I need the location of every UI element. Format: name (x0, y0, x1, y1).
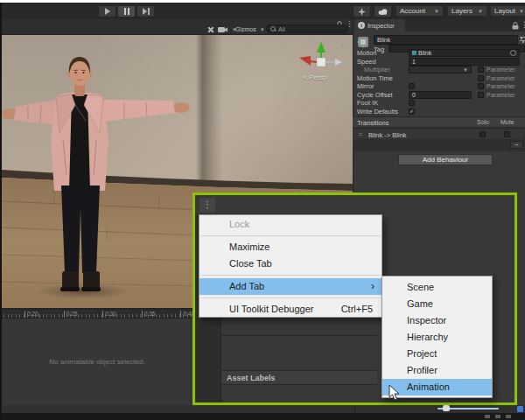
annotation-highlight-box: ⋮ Asset Labels Lock Maximize Close Tab A… (192, 192, 517, 405)
add-behaviour-button[interactable]: Add Behaviour (398, 154, 493, 165)
state-name-field[interactable]: Blink (374, 35, 518, 45)
ruler-major-tick (24, 311, 25, 318)
transitions-header: Transitions Solo Mute (353, 116, 525, 128)
panel-kebab-menu-button[interactable]: ⋮ (200, 198, 215, 213)
status-icon[interactable] (495, 415, 500, 418)
account-dropdown[interactable]: Account ▼ (396, 5, 444, 17)
submenu-item-game[interactable]: Game (382, 296, 492, 312)
state-name-value: Blink (377, 37, 390, 43)
ruler-major-tick (180, 311, 181, 318)
row-label: Motion (357, 49, 377, 57)
transition-row[interactable]: = Blink -> Blink (354, 130, 524, 139)
window-left-edge (0, 3, 2, 420)
submenu-item-project[interactable]: Project (382, 346, 492, 362)
tools-icon[interactable] (206, 25, 215, 34)
collab-badge-icon[interactable] (517, 406, 523, 412)
menu-item-close-tab[interactable]: Close Tab (200, 256, 382, 272)
row-label: Cycle Offset (357, 91, 393, 99)
submenu-item-profiler[interactable]: Profiler (382, 362, 492, 379)
checkmark: ✓ (410, 108, 414, 114)
cloud-services-button[interactable] (374, 5, 392, 18)
scene-search-input[interactable]: All (266, 24, 348, 33)
remove-transition-button[interactable]: − (510, 141, 523, 149)
layers-label: Layers (452, 7, 472, 15)
info-icon: i (358, 22, 365, 29)
submenu-item-label: Animation (407, 382, 450, 392)
menu-item-label: Lock (229, 219, 249, 229)
parameter-label: Parameter (486, 83, 515, 89)
speed-value: 1 (412, 59, 416, 65)
animation-timeline-ruler[interactable]: 0:20 0:25 0:30 0:35 0:40 (0, 308, 194, 318)
menu-item-shortcut: Ctrl+F5 (341, 301, 373, 318)
layers-dropdown[interactable]: Layers ▼ (447, 5, 487, 17)
menu-separator (200, 298, 381, 298)
object-picker-icon[interactable] (510, 50, 516, 56)
pause-icon (124, 8, 130, 15)
layout-dropdown[interactable]: Layout ▼ (490, 5, 525, 17)
cloud-icon (378, 8, 388, 15)
zoom-slider-thumb[interactable] (443, 405, 450, 411)
submenu-item-hierarchy[interactable]: Hierarchy (382, 329, 492, 346)
mirror-checkbox[interactable] (409, 83, 415, 89)
menu-item-ui-toolkit-debugger[interactable]: UI Toolkit Debugger Ctrl+F5 (200, 301, 382, 318)
inspector-row-mirror: Mirror Parameter (353, 82, 525, 90)
motion-field[interactable]: Blink (409, 49, 520, 57)
mute-column-label: Mute (500, 119, 514, 125)
menu-item-label: UI Toolkit Debugger (229, 304, 313, 314)
gizmos-label: Gizmos (235, 26, 256, 32)
parameter-label: Parameter (486, 92, 515, 98)
submenu-item-scene[interactable]: Scene (382, 279, 492, 296)
presets-icon[interactable] (520, 36, 525, 44)
account-label: Account (400, 7, 425, 15)
foot-ik-checkbox[interactable] (409, 100, 415, 106)
menu-item-maximize[interactable]: Maximize (200, 239, 382, 256)
animation-panel: No animatable object selected. (0, 318, 194, 405)
drag-handle-icon[interactable]: = (359, 130, 362, 138)
menu-separator (200, 235, 381, 236)
pause-button[interactable] (117, 5, 136, 18)
divider (354, 405, 355, 413)
kebab-menu-icon[interactable]: ⋮ (521, 20, 525, 29)
status-icon[interactable] (506, 415, 511, 418)
submenu-item-label: Inspector (407, 315, 446, 326)
asset-labels-header[interactable]: Asset Labels (221, 370, 377, 385)
menu-item-add-tab[interactable]: Add Tab › (200, 278, 382, 295)
row-label: Write Defaults (357, 108, 398, 116)
ruler-major-tick (64, 311, 65, 318)
main-toolbar: Account ▼ Layers ▼ Layout ▼ (0, 3, 525, 19)
menu-item-label: Add Tab (229, 281, 264, 291)
cycle-offset-parameter-checkbox[interactable] (478, 92, 484, 98)
tab-inspector[interactable]: i Inspector (354, 19, 405, 32)
ruler-label: 0:30 (105, 311, 116, 317)
submenu-item-label: Project (407, 348, 437, 359)
asset-labels-title: Asset Labels (227, 374, 276, 382)
status-icon[interactable] (485, 415, 490, 418)
add-behaviour-label: Add Behaviour (423, 156, 468, 164)
camera-icon[interactable] (218, 26, 228, 33)
sparkle-icon (358, 8, 366, 16)
mirror-parameter-checkbox[interactable] (478, 83, 484, 89)
chevron-down-icon: ▼ (434, 9, 439, 14)
transition-label: Blink -> Blink (368, 131, 407, 139)
persp-label[interactable]: < Persp (303, 74, 327, 81)
mute-checkbox[interactable] (504, 131, 510, 137)
inspector-tabbar: i Inspector ⋮ (353, 19, 525, 32)
animation-empty-message: No animatable object selected. (49, 358, 144, 366)
submenu-item-inspector[interactable]: Inspector (382, 312, 492, 329)
solo-checkbox[interactable] (480, 131, 486, 137)
speed-field[interactable]: 1 (409, 58, 520, 66)
gizmos-dropdown[interactable]: Gizmos ▼ (235, 24, 265, 34)
play-button[interactable] (98, 5, 116, 18)
motion-time-parameter-checkbox[interactable] (478, 75, 484, 81)
lock-icon[interactable] (512, 22, 519, 30)
undo-history-button[interactable] (353, 5, 371, 18)
cycle-offset-field[interactable]: 0 (409, 91, 472, 99)
step-button[interactable] (136, 5, 155, 18)
character-model (2, 52, 194, 308)
multiplier-parameter-checkbox[interactable] (478, 66, 484, 73)
submenu-item-label: Scene (407, 282, 434, 292)
multiplier-dropdown[interactable]: ▼ (409, 66, 472, 74)
write-defaults-checkbox[interactable]: ✓ (409, 108, 415, 115)
ruler-label: 0:20 (27, 311, 38, 317)
ruler-major-tick (142, 311, 143, 318)
